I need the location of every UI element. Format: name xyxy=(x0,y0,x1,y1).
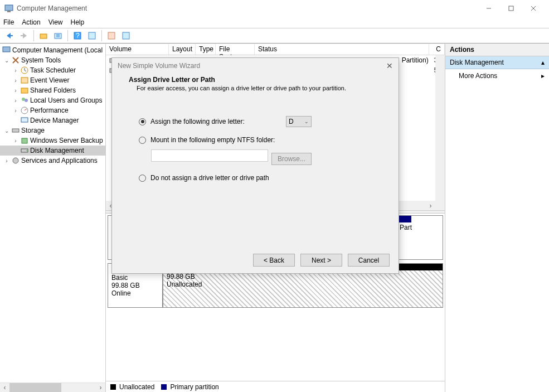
menubar: File Action View Help xyxy=(0,17,549,28)
actions-panel: Actions Disk Management ▴ More Actions ▸ xyxy=(445,44,549,392)
svg-point-26 xyxy=(26,150,27,151)
wizard-dialog: New Simple Volume Wizard ✕ Assign Drive … xyxy=(111,57,399,274)
close-button[interactable] xyxy=(522,0,545,17)
tree-panel: Computer Management (Local ⌄ System Tool… xyxy=(0,44,106,392)
refresh-button[interactable] xyxy=(52,30,64,42)
tree-scrollbar[interactable]: ‹› xyxy=(0,383,105,392)
tree-disk-management[interactable]: Disk Management xyxy=(0,146,105,156)
col-c[interactable]: C xyxy=(429,44,445,55)
menu-file[interactable]: File xyxy=(3,18,14,26)
computer-icon xyxy=(2,46,11,55)
storage-icon xyxy=(11,126,20,135)
menu-action[interactable]: Action xyxy=(22,18,40,26)
svg-rect-0 xyxy=(5,5,13,11)
expand-icon[interactable]: › xyxy=(12,108,19,114)
svg-point-27 xyxy=(13,158,18,163)
properties-button[interactable] xyxy=(86,30,98,42)
event-icon xyxy=(20,76,29,85)
col-layout[interactable]: Layout xyxy=(169,44,196,55)
tree-task-scheduler[interactable]: › Task Scheduler xyxy=(0,65,105,75)
minimize-button[interactable] xyxy=(478,0,500,17)
wizard-close-button[interactable]: ✕ xyxy=(386,61,393,70)
menu-view[interactable]: View xyxy=(48,18,63,26)
mount-folder-input xyxy=(151,149,268,162)
drive-letter-select[interactable]: D ⌄ xyxy=(286,116,312,127)
tree-root[interactable]: Computer Management (Local xyxy=(0,45,105,55)
svg-rect-13 xyxy=(108,32,115,39)
tree-performance[interactable]: › Performance xyxy=(0,105,105,115)
wizard-cancel-button[interactable]: Cancel xyxy=(348,254,390,267)
expand-icon[interactable]: › xyxy=(12,78,19,84)
col-type[interactable]: Type xyxy=(196,44,216,55)
users-icon xyxy=(20,96,29,105)
partition-label: Part xyxy=(400,224,412,231)
radio-mount-folder[interactable] xyxy=(139,137,146,144)
radio-no-letter[interactable] xyxy=(139,175,146,182)
actions-section[interactable]: Disk Management ▴ xyxy=(445,56,549,69)
backup-icon xyxy=(20,136,29,145)
svg-rect-12 xyxy=(89,32,95,39)
expand-icon[interactable]: › xyxy=(3,158,10,164)
expand-icon[interactable]: › xyxy=(12,138,19,144)
svg-text:?: ? xyxy=(76,32,80,40)
tree-device-manager[interactable]: Device Manager xyxy=(0,115,105,125)
app-icon xyxy=(4,4,13,13)
svg-rect-24 xyxy=(22,138,27,143)
maximize-button[interactable] xyxy=(500,0,522,17)
wizard-back-button[interactable]: < Back xyxy=(253,254,295,267)
menu-help[interactable]: Help xyxy=(71,18,85,26)
svg-rect-22 xyxy=(21,118,28,122)
wizard-headline: Assign Drive Letter or Path xyxy=(129,76,382,84)
col-filesystem[interactable]: File System xyxy=(216,44,255,55)
svg-rect-15 xyxy=(3,47,10,52)
vscrollbar[interactable] xyxy=(435,55,445,210)
legend-swatch-primary xyxy=(161,384,167,390)
help-button[interactable]: ? xyxy=(71,30,84,42)
tree-event-viewer[interactable]: › Event Viewer xyxy=(0,75,105,85)
svg-rect-18 xyxy=(21,88,28,93)
wizard-next-button[interactable]: Next > xyxy=(300,254,342,267)
view2-button[interactable] xyxy=(120,30,132,42)
svg-rect-3 xyxy=(509,6,513,11)
actions-header: Actions xyxy=(445,44,549,56)
col-volume[interactable]: Volume xyxy=(106,44,169,55)
svg-rect-6 xyxy=(10,35,13,36)
expand-icon[interactable]: › xyxy=(12,67,19,74)
expand-icon[interactable]: › xyxy=(12,88,19,94)
services-icon xyxy=(11,156,20,165)
partition-state: Unallocated xyxy=(167,280,439,288)
tree-local-users[interactable]: › Local Users and Groups xyxy=(0,95,105,105)
up-button[interactable] xyxy=(37,30,50,42)
legend: Unallocated Primary partition xyxy=(106,381,445,392)
expand-icon[interactable]: › xyxy=(12,98,19,104)
collapse-icon[interactable]: ⌄ xyxy=(3,128,10,134)
collapse-icon[interactable]: ⌄ xyxy=(3,57,10,64)
chevron-right-icon: ▸ xyxy=(541,72,545,80)
svg-rect-7 xyxy=(21,35,23,36)
svg-rect-1 xyxy=(7,11,11,12)
tree-services-apps[interactable]: › Services and Applications xyxy=(0,156,105,166)
clock-icon xyxy=(20,66,29,75)
forward-button[interactable] xyxy=(18,30,30,42)
collapse-icon: ▴ xyxy=(541,59,545,66)
volume-columns: Volume Layout Type File System Status C xyxy=(106,44,445,55)
svg-point-20 xyxy=(25,99,28,102)
chevron-down-icon: ⌄ xyxy=(304,119,309,124)
radio-assign-letter[interactable] xyxy=(139,118,146,125)
view1-button[interactable] xyxy=(105,30,118,42)
performance-icon xyxy=(20,106,29,115)
svg-rect-8 xyxy=(40,34,47,38)
tree-windows-backup[interactable]: › Windows Server Backup xyxy=(0,135,105,146)
radio-assign-letter-label: Assign the following drive letter: xyxy=(150,118,245,125)
svg-rect-14 xyxy=(123,32,129,39)
tree-system-tools[interactable]: ⌄ System Tools xyxy=(0,55,105,65)
tree-storage[interactable]: ⌄ Storage xyxy=(0,125,105,135)
back-button[interactable] xyxy=(3,30,16,42)
legend-swatch-unallocated xyxy=(110,384,116,390)
titlebar: Computer Management xyxy=(0,0,549,17)
col-status[interactable]: Status xyxy=(255,44,429,55)
svg-rect-23 xyxy=(12,129,19,132)
svg-rect-17 xyxy=(21,78,28,83)
actions-more[interactable]: More Actions ▸ xyxy=(445,69,549,83)
tree-shared-folders[interactable]: › Shared Folders xyxy=(0,85,105,95)
